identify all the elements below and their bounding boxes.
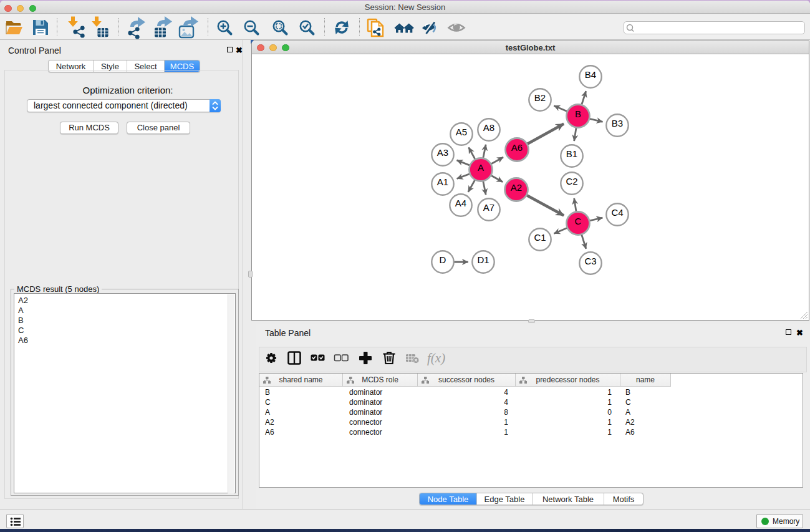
svg-text:A8: A8 (483, 122, 494, 133)
svg-text:A6: A6 (511, 142, 523, 153)
svg-text:A1: A1 (437, 177, 448, 187)
svg-text:D: D (440, 254, 446, 265)
svg-text:B2: B2 (534, 92, 546, 103)
svg-text:B1: B1 (566, 148, 577, 159)
svg-text:A2: A2 (511, 182, 522, 193)
svg-text:D1: D1 (477, 254, 489, 265)
svg-text:B3: B3 (612, 118, 623, 128)
svg-text:A3: A3 (437, 147, 448, 158)
svg-text:A4: A4 (455, 198, 466, 208)
svg-text:C3: C3 (584, 256, 596, 266)
svg-text:B4: B4 (585, 69, 596, 80)
svg-text:A7: A7 (483, 202, 494, 213)
svg-text:A: A (478, 162, 484, 173)
svg-text:B: B (575, 109, 581, 119)
svg-text:A5: A5 (456, 127, 467, 137)
svg-text:C: C (575, 216, 582, 226)
svg-text:C2: C2 (566, 176, 577, 186)
svg-text:C4: C4 (611, 207, 623, 218)
svg-text:C1: C1 (534, 232, 546, 243)
